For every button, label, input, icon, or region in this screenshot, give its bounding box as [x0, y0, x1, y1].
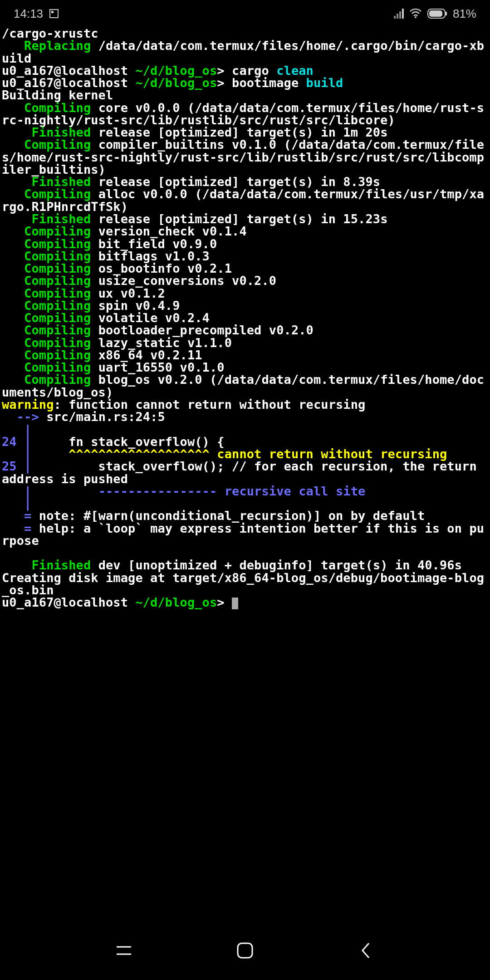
svg-rect-2	[429, 10, 442, 17]
navigation-bar	[0, 921, 490, 980]
clock: 14:13	[14, 7, 43, 21]
home-icon[interactable]	[235, 941, 255, 960]
notification-icon	[49, 9, 59, 18]
terminal-text: u0_a167@localhost	[2, 595, 135, 609]
terminal-text: bootimage	[232, 76, 306, 90]
terminal-text: : a `loop` may express intention better …	[2, 521, 484, 548]
terminal-text: ~/d/blog_os	[135, 76, 217, 90]
terminal-text: | ---------------- recursive call site	[2, 484, 365, 498]
cursor	[232, 598, 238, 609]
svg-rect-3	[446, 12, 447, 15]
battery-percent: 81%	[453, 7, 476, 21]
terminal[interactable]: /cargo-xrustc Replacing /data/data/com.t…	[0, 27, 490, 609]
terminal-text: ~/d/blog_os	[135, 595, 217, 609]
terminal-text: Creating disk image at target/x86_64-blo…	[2, 571, 484, 597]
battery-icon	[427, 9, 447, 19]
status-bar: 14:13 81%	[0, 0, 490, 27]
terminal-text: build	[306, 76, 343, 90]
terminal-text: help	[39, 521, 69, 535]
back-icon[interactable]	[356, 941, 376, 960]
terminal-text: >	[217, 595, 232, 609]
svg-point-0	[415, 16, 416, 18]
wifi-icon	[409, 9, 422, 19]
signal-icon	[394, 9, 404, 19]
status-right: 81%	[394, 7, 476, 21]
terminal-text: stack_overflow(); // for each recursion,…	[2, 459, 484, 485]
terminal-text: >	[217, 76, 232, 90]
svg-rect-6	[238, 943, 252, 958]
status-left: 14:13	[14, 7, 59, 21]
recents-icon[interactable]	[114, 941, 134, 960]
terminal-text: src/main.rs:24:5	[46, 410, 165, 424]
